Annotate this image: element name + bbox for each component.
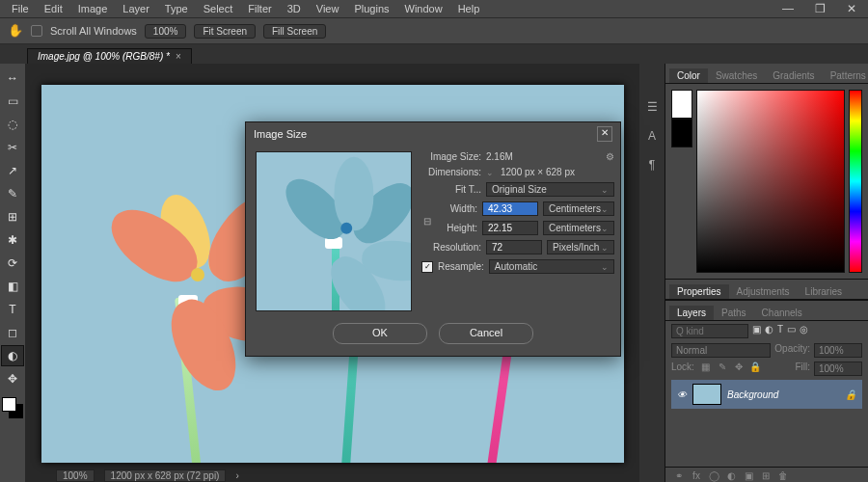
menu-select[interactable]: Select [198, 2, 239, 15]
character-icon[interactable]: A [644, 129, 660, 145]
options-bar: ✋ Scroll All Windows 100% Fit Screen Fil… [0, 17, 868, 44]
resample-checkbox[interactable]: ✓ [421, 261, 433, 273]
close-tab-icon[interactable]: × [176, 51, 181, 62]
scroll-all-label: Scroll All Windows [50, 25, 137, 37]
fill-screen-button[interactable]: Fill Screen [263, 24, 326, 39]
tab-channels[interactable]: Channels [754, 306, 810, 320]
menu-type[interactable]: Type [159, 2, 194, 15]
window-restore-icon[interactable]: ❐ [809, 1, 831, 16]
fx-icon[interactable]: fx [689, 470, 704, 481]
dialog-titlebar[interactable]: Image Size ✕ [246, 122, 620, 146]
menu-help[interactable]: Help [452, 2, 486, 15]
history-icon[interactable]: ☰ [644, 100, 660, 116]
dialog-close-icon[interactable]: ✕ [597, 126, 612, 142]
tab-properties[interactable]: Properties [669, 284, 729, 299]
delete-layer-icon[interactable]: 🗑 [775, 470, 791, 481]
tab-color[interactable]: Color [669, 68, 708, 83]
zoom-field[interactable]: 100% [145, 24, 187, 39]
color-spectrum[interactable] [696, 90, 845, 273]
zoom-tool[interactable]: ✥ [1, 368, 24, 389]
gradient-tool[interactable]: ◧ [1, 276, 24, 297]
scroll-all-checkbox[interactable] [31, 25, 42, 37]
fill-field[interactable]: 100% [814, 362, 862, 376]
paragraph-icon[interactable]: ¶ [644, 158, 660, 174]
tab-paths[interactable]: Paths [714, 306, 754, 320]
filter-smart-icon[interactable]: ◎ [800, 324, 808, 338]
type-tool[interactable]: T [1, 299, 24, 320]
gear-icon[interactable]: ⚙ [606, 151, 614, 162]
spot-heal-tool[interactable]: ⊞ [1, 206, 24, 228]
lock-paint-icon[interactable]: ✎ [715, 362, 730, 376]
resolution-unit-dropdown[interactable]: Pixels/Inch [547, 240, 614, 254]
clone-tool[interactable]: ⟳ [1, 253, 24, 274]
new-layer-icon[interactable]: ⊞ [758, 470, 773, 481]
layer-thumbnail[interactable] [692, 384, 721, 405]
group-icon[interactable]: ▣ [741, 470, 756, 481]
shape-tool[interactable]: ◻ [1, 322, 24, 343]
foreground-swatch[interactable] [2, 397, 16, 412]
crop-tool[interactable]: ✂ [1, 137, 24, 158]
lock-transparent-icon[interactable]: ▦ [698, 362, 714, 376]
menu-image[interactable]: Image [72, 2, 114, 15]
brush-tool[interactable]: ✱ [1, 229, 24, 251]
hand-tool-icon[interactable]: ✋ [8, 23, 23, 39]
tab-gradients[interactable]: Gradients [765, 68, 822, 83]
width-unit-dropdown[interactable]: Centimeters [543, 201, 614, 216]
menu-layer[interactable]: Layer [117, 2, 155, 15]
menu-file[interactable]: File [6, 2, 35, 15]
chevron-down-icon[interactable]: ⌄ [486, 168, 494, 177]
link-layers-icon[interactable]: ⚭ [671, 470, 687, 481]
blend-mode[interactable]: Normal [671, 343, 771, 358]
height-field[interactable]: 22.15 [482, 221, 538, 235]
window-minimize-icon[interactable]: — [776, 1, 800, 16]
tab-layers[interactable]: Layers [669, 306, 714, 320]
tab-swatches[interactable]: Swatches [708, 68, 765, 83]
tab-libraries[interactable]: Libraries [798, 284, 850, 299]
menu-window[interactable]: Window [399, 2, 448, 15]
menu-plugins[interactable]: Plugins [348, 2, 394, 15]
color-picker[interactable] [665, 84, 868, 279]
layer-background[interactable]: 👁 Background 🔒 [671, 380, 862, 409]
layer-search[interactable] [671, 324, 748, 338]
tab-adjustments[interactable]: Adjustments [729, 284, 798, 299]
resample-dropdown[interactable]: Automatic [489, 259, 614, 274]
filter-type-icon[interactable]: T [777, 324, 783, 338]
resolution-field[interactable]: 72 [486, 240, 542, 254]
height-unit-dropdown[interactable]: Centimeters [543, 221, 614, 235]
filter-pixel-icon[interactable]: ▣ [752, 324, 761, 338]
ok-button[interactable]: OK [333, 323, 427, 344]
hand-tool[interactable]: ◐ [1, 345, 24, 366]
menu-view[interactable]: View [311, 2, 345, 15]
color-preview[interactable] [671, 90, 692, 147]
move-tool[interactable]: ↔ [1, 67, 24, 89]
hue-slider[interactable] [849, 90, 862, 273]
mask-icon[interactable]: ◯ [706, 470, 721, 481]
marquee-tool[interactable]: ▭ [1, 91, 24, 112]
layer-lock-icon[interactable]: 🔒 [845, 389, 856, 400]
menu-3d[interactable]: 3D [282, 2, 307, 15]
status-chevron-icon[interactable]: › [235, 470, 238, 481]
menu-edit[interactable]: Edit [39, 2, 68, 15]
document-tab[interactable]: Image.jpg @ 100% (RGB/8#) * × [27, 48, 192, 64]
opacity-field[interactable]: 100% [814, 343, 862, 358]
tab-patterns[interactable]: Patterns [823, 68, 868, 83]
filter-adjust-icon[interactable]: ◐ [765, 324, 773, 338]
cancel-button[interactable]: Cancel [439, 323, 533, 344]
filter-shape-icon[interactable]: ▭ [787, 324, 796, 338]
fit-to-dropdown[interactable]: Original Size [486, 182, 614, 197]
dialog-preview[interactable] [256, 151, 412, 311]
color-swatches[interactable] [2, 397, 23, 418]
adjust-layer-icon[interactable]: ◐ [723, 470, 739, 481]
lasso-tool[interactable]: ◌ [1, 114, 24, 135]
width-field[interactable]: 42.33 [482, 201, 538, 216]
menu-filter[interactable]: Filter [242, 2, 277, 15]
visibility-icon[interactable]: 👁 [677, 389, 687, 400]
window-close-icon[interactable]: ✕ [841, 1, 862, 16]
lock-all-icon[interactable]: 🔒 [747, 362, 763, 376]
fit-screen-button[interactable]: Fit Screen [194, 24, 256, 39]
status-zoom[interactable]: 100% [56, 469, 95, 482]
frame-tool[interactable]: ↗ [1, 160, 24, 181]
eyedropper-tool[interactable]: ✎ [1, 183, 24, 204]
dimensions-label: Dimensions: [421, 167, 481, 177]
lock-position-icon[interactable]: ✥ [731, 362, 746, 376]
